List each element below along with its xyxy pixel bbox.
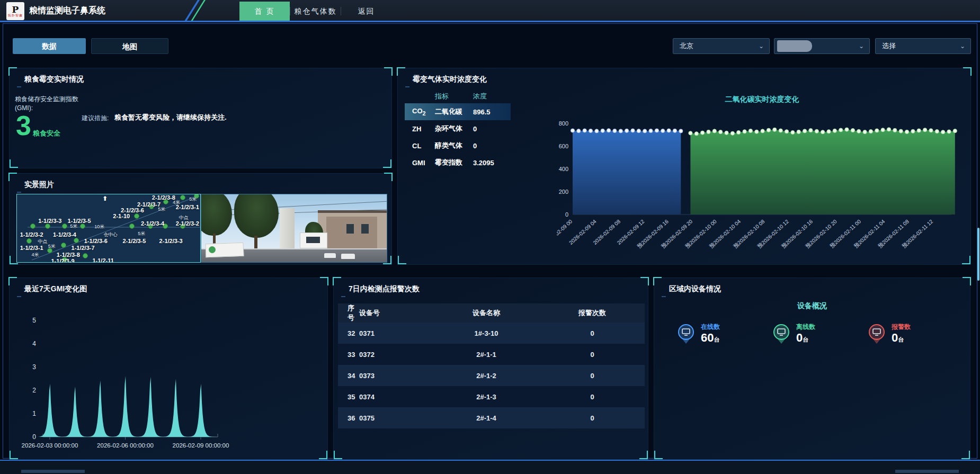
alarm-table-row[interactable]: 3403732#-1-20 [338,365,645,386]
sensor-label: 2-1/2/3-2 [176,220,199,227]
gas-name: 二氧化碳 [435,107,473,117]
alarm-count: 0 [545,329,640,337]
alarm-device-name: 1#-3-10 [428,329,545,337]
sensor-label: 2-1/2/3-7 [137,201,161,208]
sensor-label: 5米 [48,243,56,250]
sensor-label: 4米 [32,252,39,258]
gas-header-concentration: 浓度 [473,92,487,101]
panel-gas-concentration: 霉变气体实时浓度变化 指标 浓度 CO2二氧化碳896.5ZH杂环气体0CL醇类… [397,68,971,265]
chevron-down-icon: ⌄ [759,39,764,53]
sensor-dot[interactable] [134,213,139,219]
panel-alarm-counts: 7日内检测点报警次数 序号设备号设备名称报警次数3203711#-3-10033… [333,278,648,460]
svg-text:2: 2 [32,387,36,394]
device-stat-value: 0台 [796,332,815,346]
svg-text:3: 3 [32,363,36,371]
sensor-dot[interactable] [61,243,66,248]
logo-subtext: 拓扑智鑫 [8,14,23,17]
advice-label: 建议措施: [82,114,109,123]
sensor-dot[interactable] [80,223,85,229]
device-stat-label: 在线数 [701,323,720,332]
alarm-device-name: 2#-1-2 [428,372,545,380]
photo-sign-logo [209,246,216,253]
scrollbar-thumb[interactable] [977,228,979,281]
sensor-dot[interactable] [45,223,50,229]
svg-text:400: 400 [559,166,568,172]
advice-text: 粮食暂无霉变风险，请继续保持关注. [114,113,227,122]
gas-row-gmi[interactable]: GMI霉变指数3.2095 [405,154,511,171]
svg-text:600: 600 [559,143,568,149]
gas-row-cl[interactable]: CL醇类气体0 [405,137,511,154]
photo-window [306,237,320,243]
nav-tab-home[interactable]: 首 页 [239,2,290,21]
nav-tab-granary-gas[interactable]: 粮仓气体数据 [290,2,341,21]
device-badge-icon [771,323,792,346]
alarm-device-id: 0372 [359,351,428,359]
sensor-dot[interactable] [26,238,32,244]
nav-tabs: 首 页粮仓气体数据返回 [239,2,391,21]
title-tick-decoration [17,86,21,87]
alarm-table: 序号设备号设备名称报警次数3203711#-3-1003303722#-1-10… [338,303,645,428]
sensor-dot[interactable] [62,223,67,229]
gas-code: ZH [405,125,435,133]
sensor-label: 1-1/2/3-3 [38,218,61,224]
alarm-seq: 34 [338,372,359,380]
sensor-label: 2-1/2/3-8 [152,194,175,201]
device-stat-label: 报警数 [892,323,911,332]
panel-title: 区域内设备情况 [669,284,721,294]
photo-roofline [318,210,387,213]
site-dropdown[interactable]: ⌄ [774,38,870,54]
logo-mark: P [12,5,19,14]
gas-row-co2[interactable]: CO2二氧化碳896.5 [405,103,511,120]
chevron-down-icon: ⌄ [859,39,864,53]
alarm-table-row[interactable]: 3503742#-1-30 [338,386,645,407]
sensor-label: 5米 [70,223,77,230]
sensor-dot[interactable] [129,223,135,229]
sensor-label: 1-1/2/3-2 [20,231,43,238]
alarm-table-row[interactable]: 3203711#-3-100 [338,323,645,344]
sensor-label: 1-1/2/3-1 [20,245,43,251]
panel-title: 实景照片 [24,180,54,190]
device-badge-icon [675,323,697,346]
title-tick-decoration [662,296,666,297]
map-view-button[interactable]: 地图 [91,38,168,54]
gas-code: CO2 [405,107,435,117]
footer-accent-right [895,470,959,473]
alarm-table-row[interactable]: 3603752#-1-40 [338,407,645,428]
sensor-label: 1-1/2/3-6 [84,238,108,244]
alarm-seq: 35 [338,393,359,401]
chevron-down-icon: ⌄ [960,39,965,53]
nav-tab-back[interactable]: 返回 [341,2,391,21]
photo-car [324,253,336,258]
city-dropdown[interactable]: 北京 ⌄ [673,38,770,54]
svg-text:2026-02-09 00:00:00: 2026-02-09 00:00:00 [173,442,229,449]
data-view-button[interactable]: 数据 [13,38,86,54]
select-dropdown[interactable]: 选择 ⌄ [875,38,971,54]
gas-row-zh[interactable]: ZH杂环气体0 [405,120,511,137]
panel-gmi-7day-chart: 最近7天GMI变化图 0123452026-02-03 00:00:002026… [9,278,328,460]
sensor-dot[interactable] [83,253,88,258]
sensor-dot[interactable] [180,195,185,200]
sensor-dot[interactable] [74,238,79,243]
co2-concentration-chart[interactable]: 02004006008002026-02-09 002026-02-09 042… [557,109,967,270]
site-dropdown-swatch [777,40,812,52]
gas-value: 0 [473,142,477,150]
alarm-seq: 32 [338,329,359,337]
gmi-trend-chart[interactable]: 0123452026-02-03 00:00:002026-02-06 00:0… [14,294,324,458]
gmi-value: 3 [16,112,31,139]
gas-table-header: 指标 浓度 [405,92,511,101]
sensor-label: 5米 [138,230,145,237]
svg-text:2026-02-03 00:00:00: 2026-02-03 00:00:00 [22,442,78,449]
alarm-table-row[interactable]: 3303722#-1-10 [338,344,645,365]
sensor-dot[interactable] [30,223,35,229]
sensor-label: 1-1/2/3-9 [51,258,74,263]
gas-name: 霉变指数 [435,158,473,167]
sensor-map[interactable]: 2-1/2/3-85米2-1/2/3-74米2-1/2/3-65米2-1-102… [16,194,201,263]
gas-value: 3.2095 [473,159,494,167]
svg-text:0: 0 [32,433,36,441]
gas-code: CL [405,142,435,150]
site-photo[interactable] [201,194,387,263]
device-stats: 在线数60台离线数0台报警数0台 [675,323,951,346]
alarm-col-header: 设备名称 [428,308,545,318]
device-stat-alarm: 报警数0台 [866,323,951,346]
gas-value: 896.5 [473,108,491,116]
